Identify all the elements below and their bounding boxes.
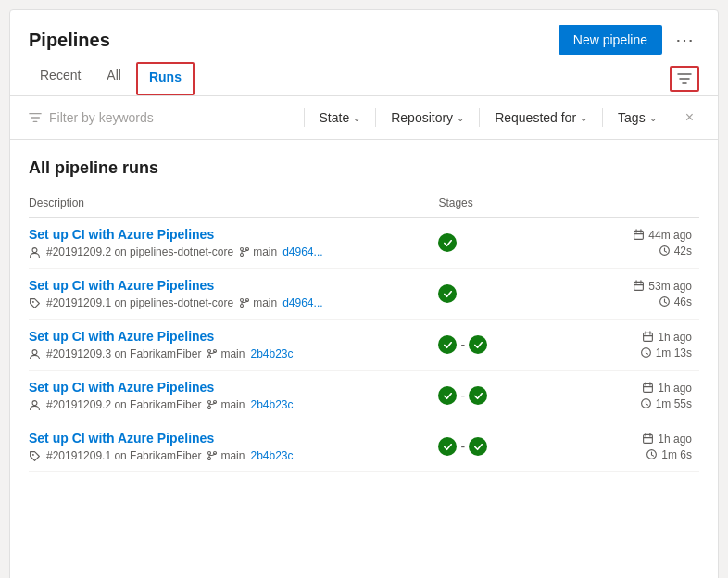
branch-name: main — [220, 449, 245, 462]
state-chevron-icon: ⌄ — [353, 113, 360, 123]
filter-divider-4 — [602, 108, 603, 127]
pipeline-name-link[interactable]: Set up CI with Azure Pipelines — [29, 227, 423, 242]
filter-divider-5 — [672, 108, 672, 127]
svg-rect-4 — [634, 231, 644, 239]
svg-point-6 — [32, 300, 34, 302]
branch-icon — [207, 450, 218, 461]
svg-point-25 — [208, 452, 211, 455]
tags-chevron-icon: ⌄ — [649, 113, 657, 123]
stages-column: - — [431, 371, 532, 421]
requested-for-dropdown[interactable]: Requested for ⌄ — [487, 107, 595, 129]
pipeline-name-link[interactable]: Set up CI with Azure Pipelines — [29, 329, 423, 344]
duration-row: 46s — [659, 295, 692, 308]
commit-link[interactable]: d4964... — [282, 296, 322, 309]
pipeline-meta: #20191209.1 on FabrikamFiber main 2b4b23… — [29, 449, 423, 462]
svg-rect-10 — [634, 282, 644, 290]
clock-icon — [659, 295, 671, 308]
svg-point-27 — [208, 458, 211, 460]
tab-runs[interactable]: Runs — [136, 62, 195, 95]
svg-point-21 — [208, 407, 211, 409]
pipeline-description-cell: Set up CI with Azure Pipelines #20191209… — [29, 371, 431, 421]
stage-success-icon — [469, 386, 487, 405]
tab-all[interactable]: All — [95, 62, 132, 95]
stages-column — [431, 218, 532, 269]
calendar-icon — [633, 280, 645, 292]
table-row: Set up CI with Azure Pipelines #20191209… — [29, 320, 699, 371]
pipeline-name-link[interactable]: Set up CI with Azure Pipelines — [29, 431, 423, 446]
clock-icon — [640, 346, 652, 358]
time-ago-row: 1h ago — [642, 382, 692, 395]
table-row: Set up CI with Azure Pipelines #20191209… — [29, 269, 699, 320]
time-info: 1h ago 1m 55s — [539, 382, 692, 410]
duration-row: 1m 13s — [640, 346, 692, 359]
time-meta-cell: 53m ago 46s — [532, 269, 699, 320]
svg-point-9 — [241, 305, 244, 308]
svg-point-13 — [208, 350, 211, 353]
time-ago: 44m ago — [648, 229, 692, 242]
pipeline-name-link[interactable]: Set up CI with Azure Pipelines — [29, 380, 423, 395]
person-icon — [29, 348, 41, 360]
col-header-stages: Stages — [431, 193, 532, 218]
branch-name: main — [253, 245, 277, 258]
branch-info: main — [239, 296, 277, 309]
stages-column: - — [431, 320, 532, 371]
duration-row: 1m 6s — [646, 448, 692, 461]
time-ago: 1h ago — [658, 433, 692, 446]
header-actions: New pipeline ⋯ — [559, 25, 699, 55]
more-options-icon: ⋯ — [675, 29, 694, 51]
pipeline-description-cell: Set up CI with Azure Pipelines #20191209… — [29, 218, 431, 269]
time-ago-row: 1h ago — [642, 433, 692, 446]
stage-success-icon — [438, 335, 457, 354]
branch-name: main — [220, 398, 245, 411]
tags-dropdown[interactable]: Tags ⌄ — [610, 107, 664, 129]
tab-recent[interactable]: Recent — [29, 62, 92, 95]
duration: 46s — [674, 295, 692, 308]
section-title: All pipeline runs — [29, 158, 699, 178]
stages-cell: - — [438, 437, 524, 456]
run-number: #20191209.3 on FabrikamFiber — [46, 347, 201, 360]
time-info: 53m ago 46s — [539, 280, 692, 308]
repository-dropdown[interactable]: Repository ⌄ — [383, 107, 471, 129]
stages-cell — [438, 284, 524, 303]
commit-link[interactable]: 2b4b23c — [250, 347, 293, 360]
pipeline-meta: #20191209.1 on pipelines-dotnet-core mai… — [29, 296, 423, 309]
time-ago-row: 1h ago — [642, 331, 692, 344]
duration: 1m 55s — [656, 397, 692, 410]
branch-name: main — [253, 296, 277, 309]
state-dropdown[interactable]: State ⌄ — [312, 107, 369, 129]
svg-point-3 — [241, 254, 244, 257]
time-ago: 53m ago — [648, 280, 692, 293]
tab-list: Recent All Runs — [29, 62, 198, 95]
new-pipeline-button[interactable]: New pipeline — [559, 25, 662, 55]
svg-point-15 — [208, 356, 211, 358]
stages-cell: - — [438, 386, 524, 405]
filter-keyword-area[interactable]: Filter by keywords — [29, 110, 296, 125]
tag-icon — [29, 450, 41, 462]
commit-link[interactable]: 2b4b23c — [250, 398, 293, 411]
content-area: All pipeline runs Description Stages Set… — [10, 140, 718, 482]
table-row: Set up CI with Azure Pipelines #20191209… — [29, 421, 699, 472]
branch-icon — [239, 246, 250, 258]
commit-link[interactable]: d4964... — [282, 245, 322, 258]
pipeline-name-link[interactable]: Set up CI with Azure Pipelines — [29, 278, 423, 293]
duration-row: 42s — [659, 245, 692, 258]
time-ago: 1h ago — [658, 331, 692, 344]
clock-icon — [659, 245, 671, 257]
table-row: Set up CI with Azure Pipelines #20191209… — [29, 371, 699, 421]
person-icon — [29, 246, 41, 258]
duration: 1m 6s — [661, 448, 692, 461]
duration-row: 1m 55s — [640, 397, 692, 410]
filter-icon-button[interactable] — [670, 66, 699, 92]
filter-clear-button[interactable]: × — [680, 106, 699, 130]
stage-success-icon — [438, 233, 457, 252]
commit-link[interactable]: 2b4b23c — [250, 449, 293, 462]
svg-point-7 — [241, 299, 244, 302]
more-options-button[interactable]: ⋯ — [670, 25, 699, 55]
stage-separator-icon: - — [460, 439, 465, 454]
requested-for-chevron-icon: ⌄ — [580, 113, 587, 123]
filter-funnel-icon — [29, 111, 42, 124]
time-meta-cell: 1h ago 1m 55s — [532, 371, 699, 421]
pipeline-meta: #20191209.2 on pipelines-dotnet-core mai… — [29, 245, 423, 258]
pipeline-runs-table: Description Stages Set up CI with Azure … — [29, 193, 699, 472]
pipeline-meta: #20191209.2 on FabrikamFiber main 2b4b23… — [29, 398, 423, 411]
